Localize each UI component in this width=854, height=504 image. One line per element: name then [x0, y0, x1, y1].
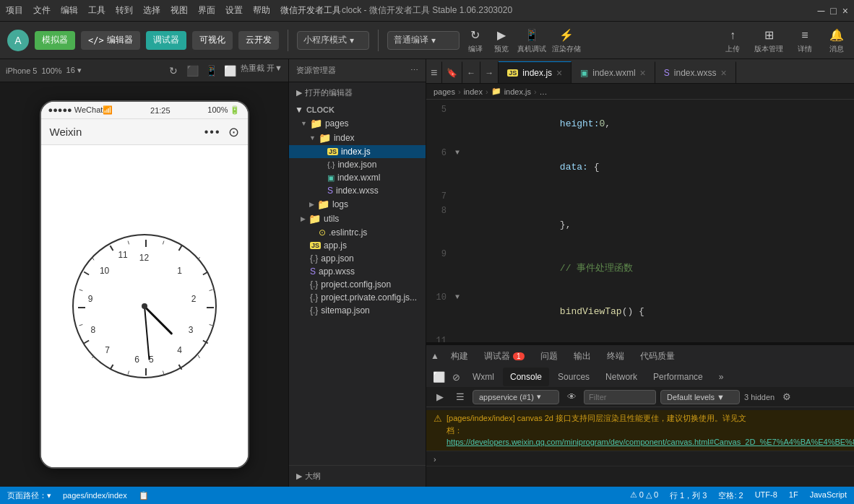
cloud-button[interactable]: 云开发	[238, 31, 279, 50]
tab-close-wxss[interactable]: ×	[720, 68, 726, 78]
file-sitemap[interactable]: {.} sitemap.json	[289, 304, 426, 317]
close-button[interactable]: ×	[842, 5, 848, 17]
console-execute-icon[interactable]: ▶	[432, 389, 448, 405]
level-dropdown[interactable]: Default levels ▼	[660, 390, 740, 404]
cache-icon[interactable]: ⚡	[556, 27, 577, 44]
console-warning-link[interactable]: https://developers.weixin.qq.com/minipro…	[447, 438, 854, 446]
debug-tab-output[interactable]: 输出	[566, 347, 598, 365]
menu-item-settings[interactable]: 设置	[225, 4, 243, 17]
console-tab-performance[interactable]: Performance	[646, 368, 710, 386]
debug-tab-quality[interactable]: 代码质量	[633, 347, 682, 365]
status-page-path[interactable]: 页面路径：▾	[7, 490, 51, 501]
upload-btn[interactable]: ↑ 上传	[723, 27, 743, 54]
folder-pages[interactable]: ▼ 📁 pages	[289, 116, 426, 131]
file-eslint[interactable]: ⊙ .eslintrc.js	[289, 226, 426, 239]
menu-item-devtools[interactable]: 微信开发者工具	[280, 4, 341, 17]
file-index-json[interactable]: {.} index.json	[289, 158, 426, 171]
debug-expand-icon[interactable]: ▲	[431, 351, 439, 361]
maximize-button[interactable]: □	[830, 5, 836, 17]
file-index-js[interactable]: JS index.js	[289, 145, 426, 158]
sim-phone-icon[interactable]: 📱	[203, 63, 219, 79]
file-app-json[interactable]: {.} app.json	[289, 252, 426, 265]
sim-device[interactable]: iPhone 5	[6, 66, 37, 75]
sim-profile[interactable]: 16 ▾	[66, 66, 82, 75]
mode-dropdown[interactable]: 小程序模式 ▾	[297, 31, 369, 50]
clock-root[interactable]: ▼ CLOCK	[289, 103, 426, 116]
minimize-button[interactable]: ─	[817, 5, 824, 17]
sim-screen-icon[interactable]: ⬜	[222, 63, 238, 79]
console-appservice-icon[interactable]: ☰	[452, 389, 468, 405]
folder-utils[interactable]: ▶ 📁 utils	[289, 212, 426, 226]
console-tab-more[interactable]: »	[712, 368, 731, 386]
debug-tab-debugger[interactable]: 调试器 1	[477, 347, 532, 365]
console-tab-console[interactable]: Console	[503, 368, 549, 386]
folder-logs[interactable]: ▶ 📁 logs	[289, 197, 426, 212]
console-eye-icon[interactable]: 👁	[564, 389, 579, 405]
tab-close-js[interactable]: ×	[556, 68, 562, 78]
window-controls[interactable]: ─ □ ×	[817, 5, 848, 17]
tab-close-wxml[interactable]: ×	[640, 68, 646, 78]
appservice-dropdown[interactable]: appservice (#1) ▾	[473, 390, 559, 404]
message-btn[interactable]: 🔔 消息	[827, 27, 847, 54]
status-copy-icon[interactable]: 📋	[139, 491, 149, 500]
file-index-wxss[interactable]: S index.wxss	[289, 184, 426, 197]
details-btn[interactable]: ≡ 详情	[795, 27, 815, 54]
editor-button[interactable]: </> 编辑器	[81, 31, 140, 50]
debug-tab-terminal[interactable]: 终端	[600, 347, 631, 365]
tab-more-icon[interactable]: ≡	[426, 61, 442, 83]
debugger-button[interactable]: 调试器	[146, 31, 186, 50]
preview-btn[interactable]: ▶ 预览	[491, 27, 512, 54]
sim-stop-icon[interactable]: ⬛	[184, 63, 200, 79]
sim-hotreload[interactable]: 热重截 开▼	[241, 63, 282, 79]
device-debug-btn[interactable]: 📱 真机调试	[517, 27, 546, 54]
explorer-more-icon[interactable]: ⋯	[410, 66, 418, 75]
file-project-private[interactable]: {.} project.private.config.js...	[289, 291, 426, 304]
simulator-button[interactable]: 模拟器	[35, 31, 75, 50]
tab-nav-back[interactable]: ←	[462, 61, 480, 83]
bell-icon[interactable]: 🔔	[827, 27, 847, 44]
tab-nav-forward[interactable]: →	[480, 61, 499, 83]
menu-item-view[interactable]: 视图	[171, 4, 188, 17]
menu-item-help[interactable]: 帮助	[253, 4, 270, 17]
console-ban-icon[interactable]: ⊘	[448, 369, 464, 385]
outline-section-header[interactable]: ▶ 大纲	[289, 469, 426, 484]
tab-index-wxml[interactable]: ▣ index.wxml ×	[572, 61, 655, 83]
console-right-arrow[interactable]: ›	[434, 455, 436, 464]
compile-btn[interactable]: ↻ 编译	[465, 27, 486, 54]
compile-dropdown[interactable]: 普通编译 ▾	[387, 31, 460, 50]
file-app-wxss[interactable]: S app.wxss	[289, 265, 426, 278]
menu-item-select[interactable]: 选择	[143, 4, 160, 17]
play-icon[interactable]: ▶	[491, 27, 512, 44]
folder-index[interactable]: ▼ 📁 index	[289, 131, 426, 145]
version-icon[interactable]: ⊞	[759, 27, 779, 44]
menu-item-edit[interactable]: 编辑	[61, 4, 78, 17]
menu-bar[interactable]: 项目 文件 编辑 工具 转到 选择 视图 界面 设置 帮助 微信开发者工具	[6, 4, 341, 17]
version-btn[interactable]: ⊞ 版本管理	[754, 27, 783, 54]
console-settings2-icon[interactable]: ⚙	[779, 389, 795, 405]
details-icon[interactable]: ≡	[795, 27, 815, 44]
filter-input[interactable]	[584, 390, 656, 404]
console-tab-sources[interactable]: Sources	[551, 368, 597, 386]
menu-item-tools[interactable]: 工具	[88, 4, 105, 17]
debug-tab-build[interactable]: 构建	[444, 347, 475, 365]
tab-index-js[interactable]: JS index.js ×	[499, 61, 572, 83]
file-index-wxml[interactable]: ▣ index.wxml	[289, 171, 426, 184]
console-tab-wxml[interactable]: Wxml	[465, 368, 501, 386]
tab-bookmark[interactable]: 🔖	[442, 61, 462, 83]
upload-icon[interactable]: ↑	[723, 27, 743, 44]
visual-button[interactable]: 可视化	[192, 31, 233, 50]
refresh-icon[interactable]: ↻	[465, 27, 486, 44]
file-project-config[interactable]: {.} project.config.json	[289, 278, 426, 291]
console-tab-network[interactable]: Network	[598, 368, 644, 386]
phone-nav-record[interactable]: ⊙	[228, 124, 239, 140]
menu-item-project[interactable]: 项目	[6, 4, 23, 17]
console-sidebar-icon[interactable]: ⬜	[431, 369, 447, 385]
menu-item-ui[interactable]: 界面	[198, 4, 215, 17]
phone-nav-dots[interactable]: •••	[204, 126, 221, 139]
sim-zoom[interactable]: 100%	[41, 66, 61, 75]
phone-icon[interactable]: 📱	[522, 27, 542, 44]
sim-refresh-icon[interactable]: ↻	[165, 63, 181, 79]
open-editors-header[interactable]: ▶ 打开的编辑器	[289, 85, 426, 100]
file-app-js[interactable]: JS app.js	[289, 239, 426, 252]
cache-btn[interactable]: ⚡ 渲染存储	[552, 27, 581, 54]
